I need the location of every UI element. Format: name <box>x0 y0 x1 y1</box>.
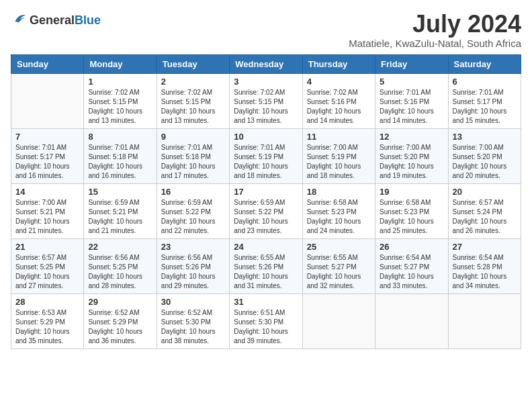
day-info: Sunrise: 7:01 AMSunset: 5:17 PMDaylight:… <box>15 143 79 181</box>
day-number: 27 <box>453 242 517 252</box>
day-info: Sunrise: 6:59 AMSunset: 5:22 PMDaylight:… <box>161 198 225 236</box>
day-info: Sunrise: 7:02 AMSunset: 5:15 PMDaylight:… <box>88 88 152 126</box>
day-info: Sunrise: 6:59 AMSunset: 5:21 PMDaylight:… <box>88 198 152 236</box>
day-number: 1 <box>88 77 152 87</box>
day-number: 20 <box>453 187 517 197</box>
day-info: Sunrise: 6:52 AMSunset: 5:30 PMDaylight:… <box>161 308 225 346</box>
calendar-cell: 6Sunrise: 7:01 AMSunset: 5:17 PMDaylight… <box>448 73 521 128</box>
calendar-cell: 23Sunrise: 6:56 AMSunset: 5:26 PMDayligh… <box>157 238 229 293</box>
calendar-cell: 24Sunrise: 6:55 AMSunset: 5:26 PMDayligh… <box>230 238 302 293</box>
calendar-week-row: 28Sunrise: 6:53 AMSunset: 5:29 PMDayligh… <box>11 293 521 349</box>
day-info: Sunrise: 7:01 AMSunset: 5:17 PMDaylight:… <box>453 88 517 126</box>
day-number: 10 <box>234 132 298 142</box>
calendar-cell <box>448 293 521 349</box>
day-number: 6 <box>453 77 517 87</box>
day-number: 15 <box>88 187 152 197</box>
day-number: 19 <box>380 187 443 197</box>
calendar-header-row: SundayMondayTuesdayWednesdayThursdayFrid… <box>11 54 521 73</box>
day-number: 18 <box>307 187 371 197</box>
day-info: Sunrise: 6:54 AMSunset: 5:27 PMDaylight:… <box>380 253 443 291</box>
day-info: Sunrise: 6:51 AMSunset: 5:30 PMDaylight:… <box>234 308 298 346</box>
day-info: Sunrise: 7:02 AMSunset: 5:15 PMDaylight:… <box>161 88 225 126</box>
day-number: 24 <box>234 242 298 252</box>
day-info: Sunrise: 6:58 AMSunset: 5:23 PMDaylight:… <box>307 198 371 236</box>
day-number: 26 <box>380 242 443 252</box>
day-number: 29 <box>88 297 152 307</box>
calendar-cell: 16Sunrise: 6:59 AMSunset: 5:22 PMDayligh… <box>157 183 229 238</box>
calendar-cell <box>11 73 84 128</box>
day-info: Sunrise: 6:55 AMSunset: 5:27 PMDaylight:… <box>307 253 371 291</box>
calendar-cell <box>302 293 375 349</box>
day-info: Sunrise: 6:57 AMSunset: 5:24 PMDaylight:… <box>453 198 517 236</box>
calendar-cell: 28Sunrise: 6:53 AMSunset: 5:29 PMDayligh… <box>11 293 84 349</box>
day-number: 3 <box>234 77 298 87</box>
day-number: 11 <box>307 132 371 142</box>
day-number: 28 <box>15 297 79 307</box>
day-info: Sunrise: 6:58 AMSunset: 5:23 PMDaylight:… <box>380 198 443 236</box>
day-info: Sunrise: 6:59 AMSunset: 5:22 PMDaylight:… <box>234 198 298 236</box>
calendar-week-row: 21Sunrise: 6:57 AMSunset: 5:25 PMDayligh… <box>11 238 521 293</box>
calendar-cell: 30Sunrise: 6:52 AMSunset: 5:30 PMDayligh… <box>157 293 229 349</box>
day-info: Sunrise: 7:02 AMSunset: 5:16 PMDaylight:… <box>307 88 371 126</box>
day-info: Sunrise: 6:53 AMSunset: 5:29 PMDaylight:… <box>15 308 79 346</box>
page-title: July 2024 <box>349 11 521 38</box>
calendar-cell: 27Sunrise: 6:54 AMSunset: 5:28 PMDayligh… <box>448 238 521 293</box>
weekday-header: Sunday <box>11 54 84 73</box>
day-info: Sunrise: 6:56 AMSunset: 5:26 PMDaylight:… <box>161 253 225 291</box>
calendar-cell: 15Sunrise: 6:59 AMSunset: 5:21 PMDayligh… <box>84 183 157 238</box>
calendar-cell <box>375 293 448 349</box>
day-info: Sunrise: 7:00 AMSunset: 5:21 PMDaylight:… <box>15 198 79 236</box>
calendar-cell: 5Sunrise: 7:01 AMSunset: 5:16 PMDaylight… <box>375 73 448 128</box>
title-area: July 2024 Matatiele, KwaZulu-Natal, Sout… <box>349 11 521 49</box>
day-info: Sunrise: 7:00 AMSunset: 5:20 PMDaylight:… <box>380 143 443 181</box>
calendar-cell: 7Sunrise: 7:01 AMSunset: 5:17 PMDaylight… <box>11 128 84 183</box>
day-number: 14 <box>15 187 79 197</box>
calendar-cell: 10Sunrise: 7:01 AMSunset: 5:19 PMDayligh… <box>230 128 302 183</box>
calendar-cell: 8Sunrise: 7:01 AMSunset: 5:18 PMDaylight… <box>84 128 157 183</box>
calendar-cell: 18Sunrise: 6:58 AMSunset: 5:23 PMDayligh… <box>302 183 375 238</box>
day-number: 13 <box>453 132 517 142</box>
day-info: Sunrise: 7:01 AMSunset: 5:16 PMDaylight:… <box>380 88 443 126</box>
weekday-header: Saturday <box>448 54 521 73</box>
day-number: 7 <box>15 132 79 142</box>
calendar-cell: 25Sunrise: 6:55 AMSunset: 5:27 PMDayligh… <box>302 238 375 293</box>
calendar-cell: 12Sunrise: 7:00 AMSunset: 5:20 PMDayligh… <box>375 128 448 183</box>
day-number: 8 <box>88 132 152 142</box>
calendar-cell: 13Sunrise: 7:00 AMSunset: 5:20 PMDayligh… <box>448 128 521 183</box>
day-info: Sunrise: 7:02 AMSunset: 5:15 PMDaylight:… <box>234 88 298 126</box>
calendar-cell: 3Sunrise: 7:02 AMSunset: 5:15 PMDaylight… <box>230 73 302 128</box>
calendar-cell: 22Sunrise: 6:56 AMSunset: 5:25 PMDayligh… <box>84 238 157 293</box>
day-info: Sunrise: 6:55 AMSunset: 5:26 PMDaylight:… <box>234 253 298 291</box>
day-number: 21 <box>15 242 79 252</box>
page-subtitle: Matatiele, KwaZulu-Natal, South Africa <box>349 38 521 49</box>
weekday-header: Friday <box>375 54 448 73</box>
day-info: Sunrise: 7:01 AMSunset: 5:18 PMDaylight:… <box>161 143 225 181</box>
day-info: Sunrise: 6:52 AMSunset: 5:29 PMDaylight:… <box>88 308 152 346</box>
day-info: Sunrise: 7:01 AMSunset: 5:18 PMDaylight:… <box>88 143 152 181</box>
day-number: 23 <box>161 242 225 252</box>
calendar-cell: 21Sunrise: 6:57 AMSunset: 5:25 PMDayligh… <box>11 238 84 293</box>
weekday-header: Thursday <box>302 54 375 73</box>
calendar-table: SundayMondayTuesdayWednesdayThursdayFrid… <box>11 54 521 349</box>
weekday-header: Wednesday <box>230 54 302 73</box>
calendar-cell: 4Sunrise: 7:02 AMSunset: 5:16 PMDaylight… <box>302 73 375 128</box>
header: GeneralBlue July 2024 Matatiele, KwaZulu… <box>11 11 521 49</box>
day-number: 16 <box>161 187 225 197</box>
day-info: Sunrise: 6:54 AMSunset: 5:28 PMDaylight:… <box>453 253 517 291</box>
calendar-cell: 17Sunrise: 6:59 AMSunset: 5:22 PMDayligh… <box>230 183 302 238</box>
calendar-week-row: 1Sunrise: 7:02 AMSunset: 5:15 PMDaylight… <box>11 73 521 128</box>
logo-text: GeneralBlue <box>30 13 101 28</box>
day-number: 12 <box>380 132 443 142</box>
day-info: Sunrise: 7:00 AMSunset: 5:19 PMDaylight:… <box>307 143 371 181</box>
day-info: Sunrise: 7:01 AMSunset: 5:19 PMDaylight:… <box>234 143 298 181</box>
calendar-week-row: 7Sunrise: 7:01 AMSunset: 5:17 PMDaylight… <box>11 128 521 183</box>
calendar-cell: 1Sunrise: 7:02 AMSunset: 5:15 PMDaylight… <box>84 73 157 128</box>
day-number: 22 <box>88 242 152 252</box>
calendar-cell: 26Sunrise: 6:54 AMSunset: 5:27 PMDayligh… <box>375 238 448 293</box>
day-number: 5 <box>380 77 443 87</box>
calendar-cell: 14Sunrise: 7:00 AMSunset: 5:21 PMDayligh… <box>11 183 84 238</box>
calendar-cell: 11Sunrise: 7:00 AMSunset: 5:19 PMDayligh… <box>302 128 375 183</box>
weekday-header: Tuesday <box>157 54 229 73</box>
calendar-cell: 19Sunrise: 6:58 AMSunset: 5:23 PMDayligh… <box>375 183 448 238</box>
calendar-cell: 2Sunrise: 7:02 AMSunset: 5:15 PMDaylight… <box>157 73 229 128</box>
